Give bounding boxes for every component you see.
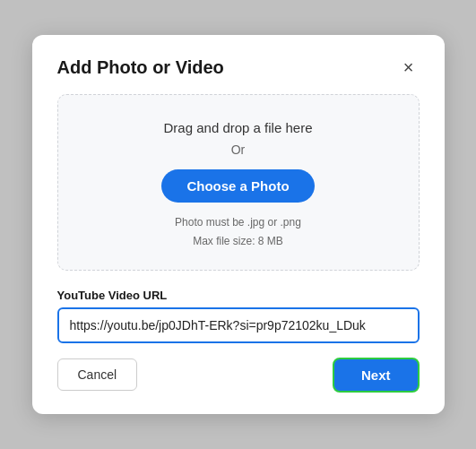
file-hint-line2: Max file size: 8 MB <box>193 235 283 247</box>
dialog-overlay: Add Photo or Video × Drag and drop a fil… <box>0 0 476 449</box>
file-hint-line1: Photo must be .jpg or .png <box>175 216 301 229</box>
dialog-title: Add Photo or Video <box>57 57 224 78</box>
choose-photo-button[interactable]: Choose a Photo <box>161 169 314 203</box>
next-button[interactable]: Next <box>333 358 420 393</box>
dialog: Add Photo or Video × Drag and drop a fil… <box>32 35 445 414</box>
url-section: YouTube Video URL <box>57 289 420 343</box>
close-button[interactable]: × <box>398 56 420 78</box>
file-hint: Photo must be .jpg or .png Max file size… <box>175 213 301 250</box>
youtube-url-input[interactable] <box>57 307 420 343</box>
drag-drop-text: Drag and drop a file here <box>164 120 313 135</box>
url-label: YouTube Video URL <box>57 289 420 302</box>
upload-area: Drag and drop a file here Or Choose a Ph… <box>57 94 420 271</box>
dialog-footer: Cancel Next <box>57 358 420 393</box>
or-text: Or <box>231 142 246 157</box>
cancel-button[interactable]: Cancel <box>57 358 138 391</box>
dialog-header: Add Photo or Video × <box>57 56 420 78</box>
